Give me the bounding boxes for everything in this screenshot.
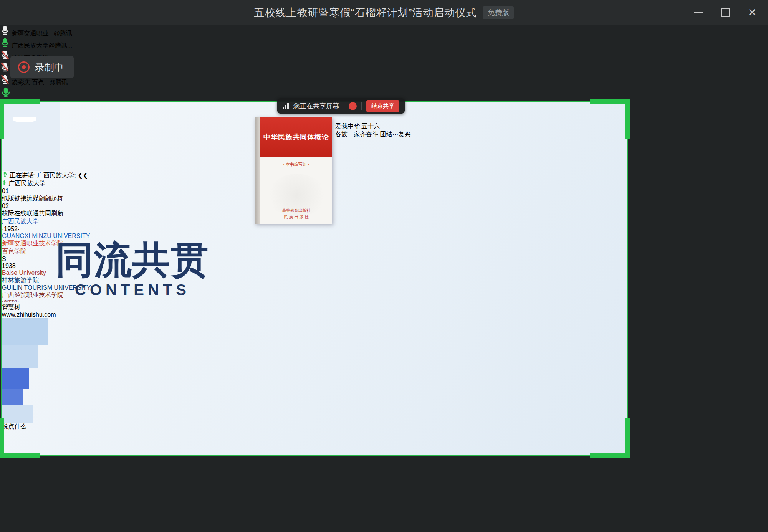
participant-tile-quxiaochen[interactable]: 曲小辰@腾讯...	[0, 62, 768, 74]
recording-label: 录制中	[35, 61, 64, 74]
share-corner-marker	[590, 99, 630, 139]
maximize-button[interactable]	[712, 0, 739, 25]
slide-title: 同流共贯	[52, 235, 213, 286]
close-icon: ✕	[748, 7, 756, 18]
free-version-badge: 免费版	[483, 6, 514, 19]
share-corner-marker	[0, 99, 40, 139]
mic-live-icon[interactable]	[0, 87, 12, 98]
mic-on-icon	[0, 25, 10, 35]
collapse-icon[interactable]: ❮❮	[78, 172, 88, 178]
divider	[344, 102, 344, 110]
banner-subline: 各族一家齐奋斗 团结···复兴	[335, 131, 580, 139]
speaker-name: 广西民族大学	[8, 180, 45, 187]
cloud-decoration	[2, 368, 29, 389]
participant-name-label: 徐铃惠@腾讯...	[0, 50, 768, 62]
shared-screen-region: 同流共贯 CONTENTS 中华民族共同体概论 · 本书编写组 · 高等教育出版…	[2, 102, 627, 455]
zhihuishu-url: www.zhihuishu.com	[2, 311, 627, 318]
recording-icon	[18, 61, 30, 73]
book-cover: 中华民族共同体概论 · 本书编写组 · 高等教育出版社 民 族 出 版 社	[255, 117, 332, 224]
book-byline: · 本书编写组 ·	[260, 162, 332, 167]
book-title: 中华民族共同体概论	[263, 132, 329, 142]
zhihuishu-wordmark: 智慧树	[2, 303, 627, 311]
screen-share-toolbar: 您正在共享屏幕 结束共享	[277, 98, 405, 114]
participant-suffix: @腾讯...	[48, 42, 72, 49]
minimize-button[interactable]	[685, 0, 712, 25]
stop-share-button[interactable]: 结束共享	[366, 100, 399, 112]
mic-muted-icon	[0, 74, 10, 84]
close-button[interactable]: ✕	[739, 0, 766, 25]
mic-live-icon	[2, 171, 8, 177]
speaking-status: 正在讲话: 广西民族大学;	[9, 172, 76, 178]
participant-suffix: @腾讯...	[54, 30, 78, 36]
record-button[interactable]	[349, 102, 357, 110]
participant-tile-xulinghui[interactable]: 徐铃惠@腾讯...	[0, 50, 768, 62]
window-controls: ✕	[685, 0, 766, 25]
title-bar: 五校线上教研暨寒假“石榴籽计划”活动启动仪式 免费版 ✕	[0, 0, 768, 25]
agenda-text-2: 校际在线联通共同刷新	[2, 210, 63, 216]
cloud-decoration	[2, 345, 38, 368]
share-corner-marker	[0, 418, 40, 458]
participant-name-label: 广西民族大学@腾讯...	[0, 38, 768, 50]
banner-headline: 爱我中华 五十六	[335, 122, 580, 131]
participant-suffix: @腾讯...	[49, 79, 73, 86]
mic-live-icon	[0, 38, 10, 48]
participant-name-label: 凌彩庆 百色...@腾讯...	[0, 74, 768, 87]
share-corner-marker	[590, 418, 630, 458]
meeting-title: 五校线上教研暨寒假“石榴籽计划”活动启动仪式	[254, 6, 477, 20]
mic-muted-icon	[0, 62, 10, 72]
book-publishers: 高等教育出版社 民 族 出 版 社	[260, 207, 332, 220]
share-status-text: 您正在共享屏幕	[293, 102, 339, 111]
divider	[361, 102, 362, 110]
cloud-decoration	[2, 389, 23, 405]
participant-tile-lingcaiqing[interactable]: 凌彩庆 百色...@腾讯...	[0, 74, 768, 87]
meeting-window: 五校线上教研暨寒假“石榴籽计划”活动启动仪式 免费版 ✕ 录制中 您正在共享屏幕…	[0, 0, 768, 532]
slide-subtitle: CONTENTS	[52, 281, 213, 299]
recording-badge[interactable]: 录制中	[10, 56, 74, 78]
book-title-band: 中华民族共同体概论	[260, 117, 332, 157]
presentation-slide: 同流共贯 CONTENTS 中华民族共同体概论 · 本书编写组 · 高等教育出版…	[2, 102, 627, 455]
signal-icon	[283, 103, 289, 109]
participant-tile-xinjiang-jiaotong[interactable]: 新疆交通职业...@腾讯...	[0, 25, 768, 38]
maximize-icon	[721, 8, 730, 17]
logo-caption: · GXETVI ·	[2, 299, 627, 303]
mic-muted-icon	[0, 50, 10, 60]
participant-name: 新疆交通职业...	[12, 30, 53, 36]
publisher-line: 民 族 出 版 社	[260, 214, 332, 220]
mic-live-icon	[2, 180, 7, 185]
minimize-icon	[694, 12, 703, 13]
banner-image: 爱我中华 五十六 各族一家齐奋斗 团结···复兴	[335, 122, 580, 223]
book-spine	[255, 117, 260, 224]
publisher-line: 高等教育出版社	[260, 207, 332, 213]
cloud-decoration	[2, 318, 48, 345]
participant-name: 广西民族大学	[12, 42, 48, 49]
chat-input[interactable]: 说点什么...	[2, 423, 627, 431]
participant-name-label: 曲小辰@腾讯...	[0, 62, 768, 74]
participant-name-label: 新疆交通职业...@腾讯...	[0, 25, 768, 38]
participant-tile-guangxi-minzu[interactable]: 广西民族大学@腾讯...	[0, 38, 768, 50]
participant-name: 凌彩庆 百色...	[12, 79, 49, 86]
logo-year: ·1952·	[2, 226, 627, 233]
agenda-text-1: 纸版链接流媒翩翩起舞	[2, 195, 63, 202]
logo-zhihuishu: 智慧树 www.zhihuishu.com	[2, 303, 627, 318]
